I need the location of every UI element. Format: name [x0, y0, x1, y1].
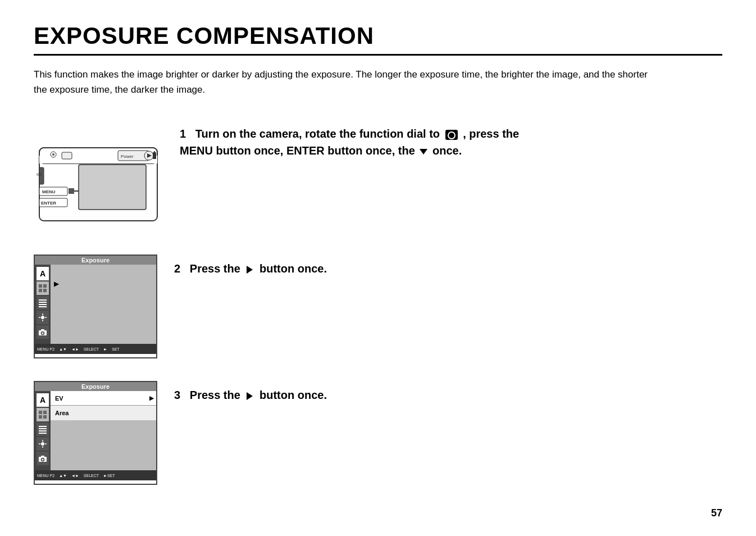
step-2-row: Exposure A [34, 255, 722, 358]
svg-rect-46 [39, 433, 47, 434]
svg-rect-20 [62, 152, 72, 159]
menu-footer-2: MENU P2 ▲▼ ◄► SELECT ► SET [35, 344, 156, 354]
step-3-row: Exposure A [34, 381, 722, 485]
step-2-label: Press the [190, 262, 240, 275]
svg-text:Power: Power [121, 154, 134, 159]
svg-rect-24 [39, 289, 42, 292]
svg-point-19 [52, 153, 54, 156]
svg-rect-42 [43, 415, 47, 419]
step-number-1: 1 [180, 128, 186, 140]
svg-text:ENTER: ENTER [41, 201, 56, 206]
ev-arrow: ▶ [149, 395, 154, 401]
step-number-2: 2 [174, 262, 180, 275]
step-number-3: 3 [174, 389, 180, 401]
step-1-text: 1 Turn on the camera, rotate the functio… [180, 120, 722, 159]
intro-text: This function makes the image brighter o… [34, 67, 652, 97]
step-1-text-content: Turn on the camera, rotate the function … [180, 128, 519, 157]
svg-rect-44 [39, 428, 47, 429]
svg-rect-53 [41, 456, 44, 457]
svg-rect-26 [39, 299, 47, 301]
step-3-label-after: button once. [259, 389, 327, 401]
menu-footer-3: MENU P2 ▲▼ ◄► SELECT ►SET [35, 470, 156, 480]
svg-rect-27 [39, 302, 47, 303]
step-2-image: Exposure A [34, 255, 157, 358]
svg-rect-22 [39, 284, 42, 288]
svg-rect-28 [39, 304, 47, 305]
svg-point-47 [41, 442, 44, 446]
menu-content-3: EV ▶ Area [51, 391, 156, 470]
menu-icons-col-2: A [35, 265, 51, 344]
step-3-image: Exposure A [34, 381, 157, 485]
svg-rect-8 [154, 151, 155, 152]
svg-rect-36 [41, 329, 44, 331]
step-1-image: Power IOI MENU ENTER [34, 120, 163, 232]
step-2-text: 2 Press the button once. [174, 255, 722, 277]
svg-point-30 [41, 316, 44, 319]
svg-rect-23 [43, 284, 47, 288]
menu-header-2: Exposure [35, 256, 156, 265]
camera-dial-icon [445, 130, 458, 140]
svg-rect-45 [39, 430, 47, 431]
step-2-label-after: button once. [259, 262, 327, 275]
svg-point-38 [42, 333, 44, 334]
svg-rect-41 [39, 415, 42, 419]
step-3-arrow-icon [247, 392, 253, 400]
svg-text:MENU: MENU [42, 189, 56, 194]
step-3-text: 3 Press the button once. [174, 381, 722, 403]
step-1-row: Power IOI MENU ENTER [34, 120, 722, 232]
svg-rect-43 [39, 426, 47, 427]
page-number: 57 [711, 507, 722, 519]
svg-rect-40 [43, 411, 47, 414]
svg-point-55 [42, 459, 44, 461]
ev-label: EV [55, 395, 63, 402]
step-3-label: Press the [190, 389, 240, 401]
svg-rect-21 [79, 165, 146, 210]
menu-header-3: Exposure [35, 382, 156, 391]
svg-rect-29 [39, 306, 47, 307]
down-arrow-icon [420, 149, 427, 155]
area-label: Area [55, 410, 69, 416]
page-title: EXPOSURE COMPENSATION [34, 22, 722, 56]
step-2-arrow-icon [247, 266, 253, 274]
svg-rect-39 [39, 411, 42, 414]
svg-text:IOI: IOI [37, 172, 42, 176]
svg-rect-7 [153, 152, 156, 159]
svg-rect-25 [43, 289, 47, 292]
menu-icons-col-3: A [35, 391, 51, 470]
menu-content-2: ▶ [51, 265, 156, 344]
